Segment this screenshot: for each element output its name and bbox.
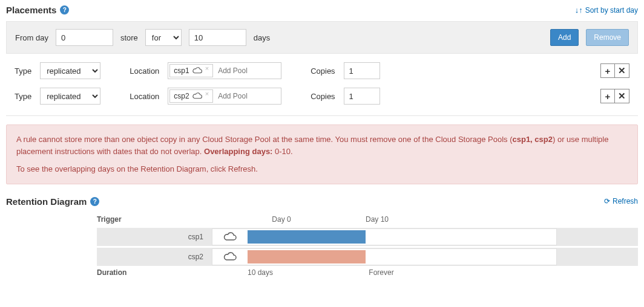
placement-row: Type replicated Location csp2 × Copies +…	[6, 79, 638, 105]
refresh-label: Refresh	[613, 197, 638, 205]
divider	[6, 115, 638, 116]
remove-row-icon[interactable]: ✕	[615, 63, 629, 78]
sort-by-start-day-link[interactable]: ↓↑ Sort by start day	[575, 5, 638, 15]
remove-button[interactable]: Remove	[586, 29, 629, 46]
retention-title: Retention Diagram	[6, 196, 87, 207]
pool-chip[interactable]: csp1 ×	[169, 64, 213, 77]
diagram-axis: Trigger Day 0 Day 10	[97, 213, 638, 226]
bar-track	[212, 228, 557, 245]
row-actions: + ✕	[600, 63, 629, 78]
cloud-icon	[212, 252, 248, 262]
diagram-bar-row: csp1	[97, 228, 638, 246]
diagram-bar-row: csp2	[97, 248, 638, 266]
from-day-input[interactable]	[56, 29, 113, 46]
alert-pools: csp1, csp2	[512, 135, 553, 144]
location-label: Location	[130, 66, 159, 76]
chip-remove-icon[interactable]: ×	[205, 65, 209, 72]
copies-label: Copies	[310, 66, 335, 76]
add-button[interactable]: Add	[550, 29, 579, 46]
refresh-link[interactable]: ⟳ Refresh	[604, 197, 638, 205]
alert-text: A rule cannot store more than one object…	[16, 135, 512, 144]
pool-chip-label: csp2	[174, 92, 189, 100]
overlap-value: 0-10.	[272, 147, 292, 156]
copies-input[interactable]	[344, 88, 380, 105]
day0-label: Day 0	[271, 215, 292, 224]
location-group: csp1 ×	[168, 62, 281, 79]
help-icon[interactable]: ?	[60, 5, 69, 15]
type-label: Type	[15, 92, 31, 101]
cloud-icon	[192, 92, 203, 100]
type-select[interactable]: replicated	[40, 88, 100, 105]
from-day-label: From day	[15, 33, 48, 42]
placements-header: Placements ? ↓↑ Sort by start day	[6, 5, 638, 15]
store-label: store	[120, 33, 138, 42]
retention-title-wrap: Retention Diagram ?	[6, 196, 99, 207]
alert-line2: To see the overlapping days on the Reten…	[16, 163, 628, 175]
retention-diagram: Trigger Day 0 Day 10 csp1 csp2 Duration …	[6, 213, 638, 277]
add-row-icon[interactable]: +	[600, 89, 615, 103]
add-pool-input[interactable]	[214, 63, 281, 78]
refresh-icon: ⟳	[604, 197, 610, 205]
cloud-icon	[192, 67, 203, 74]
sort-arrows-icon: ↓↑	[575, 5, 583, 15]
bar-fill	[248, 250, 366, 263]
placements-title-wrap: Placements ?	[6, 5, 69, 15]
pool-chip-label: csp1	[174, 66, 189, 75]
copies-input[interactable]	[344, 62, 380, 79]
pool-chip[interactable]: csp2 ×	[169, 89, 213, 103]
bar-name: csp2	[97, 253, 212, 261]
location-label: Location	[130, 92, 159, 101]
type-label: Type	[15, 66, 31, 76]
store-days-input[interactable]	[189, 29, 246, 46]
remove-row-icon[interactable]: ✕	[615, 89, 629, 103]
sort-label: Sort by start day	[585, 6, 638, 15]
duration-end: Forever	[309, 268, 454, 277]
duration-label: Duration	[97, 268, 212, 277]
retention-header: Retention Diagram ? ⟳ Refresh	[6, 196, 638, 207]
add-row-icon[interactable]: +	[600, 63, 615, 78]
location-group: csp2 ×	[168, 88, 281, 105]
help-icon[interactable]: ?	[90, 197, 99, 206]
store-mode-select[interactable]: for	[145, 29, 182, 46]
chip-remove-icon[interactable]: ×	[205, 90, 209, 97]
day10-label: Day 10	[366, 215, 389, 224]
bar-track	[212, 248, 557, 265]
placements-title: Placements	[6, 5, 56, 15]
bar-fill	[248, 230, 366, 244]
overlap-label: Overlapping days:	[204, 147, 272, 156]
bar-name: csp1	[97, 233, 212, 241]
copies-label: Copies	[310, 92, 335, 101]
add-pool-input[interactable]	[214, 89, 281, 103]
row-actions: + ✕	[600, 89, 629, 103]
type-select[interactable]: replicated	[40, 62, 100, 79]
placement-row: Type replicated Location csp1 × Copies +…	[6, 54, 638, 79]
days-label: days	[254, 33, 270, 42]
trigger-label: Trigger	[97, 215, 254, 224]
duration-mid: 10 days	[212, 268, 309, 277]
placements-config-bar: From day store for days Add Remove	[6, 21, 638, 54]
error-alert: A rule cannot store more than one object…	[6, 124, 638, 184]
duration-row: Duration 10 days Forever	[97, 268, 638, 277]
cloud-icon	[212, 232, 248, 242]
